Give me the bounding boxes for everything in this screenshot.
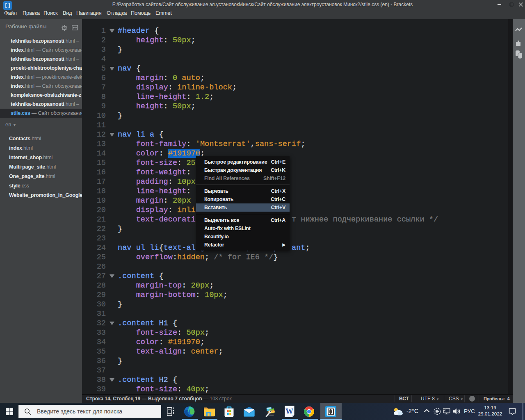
svg-text:W: W bbox=[285, 407, 293, 415]
